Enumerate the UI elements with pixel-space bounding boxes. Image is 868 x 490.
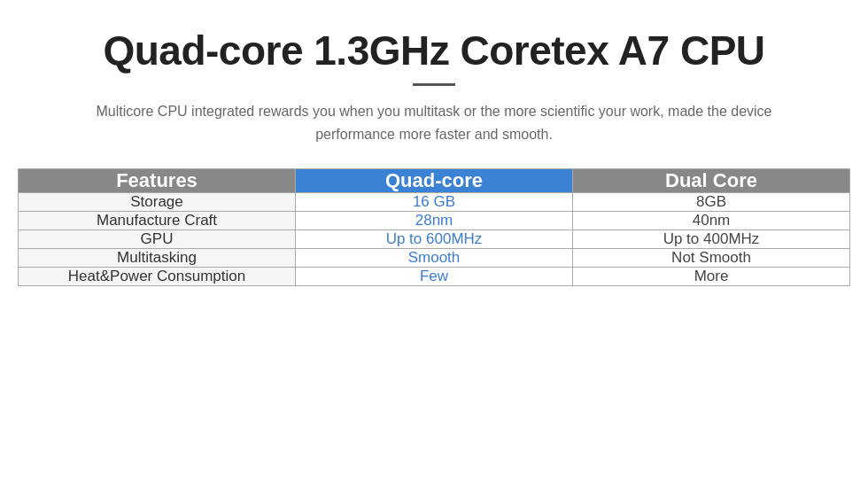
cell-dualcore-value: Not Smooth — [573, 249, 850, 268]
table-row: GPUUp to 600MHzUp to 400MHz — [19, 230, 850, 249]
cell-feature: GPU — [19, 230, 296, 249]
table-row: MultitaskingSmoothNot Smooth — [19, 249, 850, 268]
cell-feature: Storage — [19, 193, 296, 212]
cell-dualcore-value: 40nm — [573, 212, 850, 230]
cell-feature: Heat&Power Consumption — [19, 268, 296, 286]
cell-quadcore-value: Smooth — [296, 249, 573, 268]
title-divider — [413, 83, 455, 86]
cell-quadcore-value: 16 GB — [296, 193, 573, 212]
table-row: Heat&Power ConsumptionFewMore — [19, 268, 850, 286]
cell-dualcore-value: More — [573, 268, 850, 286]
cell-feature: Multitasking — [19, 249, 296, 268]
cell-quadcore-value: Few — [296, 268, 573, 286]
header-dualcore: Dual Core — [573, 169, 850, 193]
comparison-table: Features Quad-core Dual Core Storage16 G… — [18, 168, 850, 286]
cell-dualcore-value: Up to 400MHz — [573, 230, 850, 249]
table-header-row: Features Quad-core Dual Core — [19, 169, 850, 193]
page-title: Quad-core 1.3GHz Coretex A7 CPU — [103, 27, 764, 74]
cell-dualcore-value: 8GB — [573, 193, 850, 212]
table-row: Storage16 GB8GB — [19, 193, 850, 212]
cell-quadcore-value: Up to 600MHz — [296, 230, 573, 249]
page-subtitle: Multicore CPU integrated rewards you whe… — [80, 100, 788, 145]
table-row: Manufacture Craft28nm40nm — [19, 212, 850, 230]
header-features: Features — [19, 169, 296, 193]
header-quadcore: Quad-core — [296, 169, 573, 193]
cell-quadcore-value: 28nm — [296, 212, 573, 230]
cell-feature: Manufacture Craft — [19, 212, 296, 230]
